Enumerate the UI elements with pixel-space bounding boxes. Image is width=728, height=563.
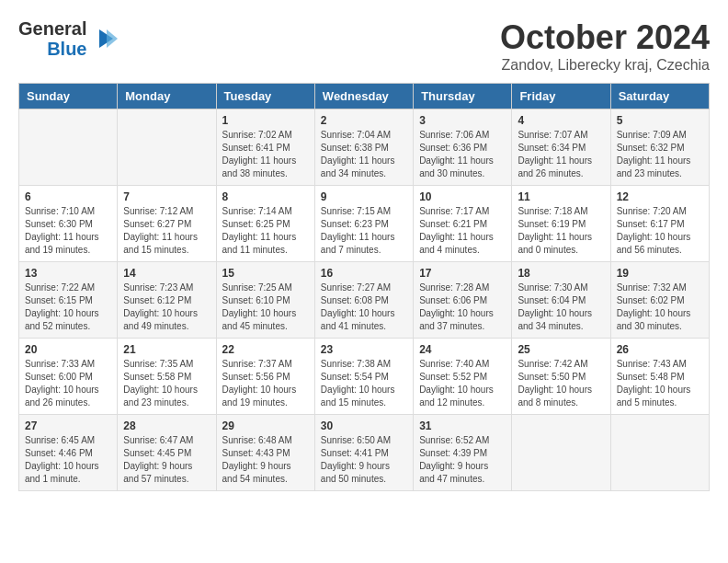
day-number: 11 xyxy=(518,190,604,203)
day-number: 6 xyxy=(25,190,111,203)
day-info: Sunrise: 7:40 AM Sunset: 5:52 PM Dayligh… xyxy=(419,358,506,409)
day-info: Sunrise: 7:23 AM Sunset: 6:12 PM Dayligh… xyxy=(123,282,210,333)
day-info: Sunrise: 7:42 AM Sunset: 5:50 PM Dayligh… xyxy=(518,358,604,409)
day-info: Sunrise: 7:18 AM Sunset: 6:19 PM Dayligh… xyxy=(518,205,604,257)
weekday-header-monday: Monday xyxy=(118,84,216,109)
calendar-cell: 30Sunrise: 6:50 AM Sunset: 4:41 PM Dayli… xyxy=(314,415,413,491)
day-info: Sunrise: 6:48 AM Sunset: 4:43 PM Dayligh… xyxy=(222,434,309,486)
day-info: Sunrise: 7:09 AM Sunset: 6:32 PM Dayligh… xyxy=(617,129,703,180)
calendar-cell: 2Sunrise: 7:04 AM Sunset: 6:38 PM Daylig… xyxy=(314,109,413,186)
calendar-cell: 3Sunrise: 7:06 AM Sunset: 6:36 PM Daylig… xyxy=(414,109,512,186)
day-info: Sunrise: 6:47 AM Sunset: 4:45 PM Dayligh… xyxy=(123,434,210,486)
calendar-cell: 7Sunrise: 7:12 AM Sunset: 6:27 PM Daylig… xyxy=(118,186,216,262)
day-number: 9 xyxy=(321,190,407,203)
calendar-cell: 17Sunrise: 7:28 AM Sunset: 6:06 PM Dayli… xyxy=(414,262,512,339)
day-number: 17 xyxy=(419,267,506,280)
day-number: 25 xyxy=(518,343,604,356)
calendar-cell: 9Sunrise: 7:15 AM Sunset: 6:23 PM Daylig… xyxy=(314,186,413,262)
day-number: 23 xyxy=(321,343,407,356)
day-number: 24 xyxy=(419,343,506,356)
day-info: Sunrise: 6:50 AM Sunset: 4:41 PM Dayligh… xyxy=(321,434,407,486)
calendar-cell: 13Sunrise: 7:22 AM Sunset: 6:15 PM Dayli… xyxy=(19,262,118,339)
calendar-cell: 27Sunrise: 6:45 AM Sunset: 4:46 PM Dayli… xyxy=(19,415,118,491)
weekday-header-thursday: Thursday xyxy=(414,84,512,109)
day-info: Sunrise: 7:14 AM Sunset: 6:25 PM Dayligh… xyxy=(222,205,309,257)
calendar-cell: 21Sunrise: 7:35 AM Sunset: 5:58 PM Dayli… xyxy=(118,339,216,415)
calendar-cell xyxy=(610,415,709,491)
calendar-cell xyxy=(512,415,610,491)
calendar-cell xyxy=(19,109,118,186)
day-number: 10 xyxy=(419,190,506,203)
logo: General Blue xyxy=(18,18,118,59)
calendar-cell: 15Sunrise: 7:25 AM Sunset: 6:10 PM Dayli… xyxy=(216,262,314,339)
calendar-cell: 20Sunrise: 7:33 AM Sunset: 6:00 PM Dayli… xyxy=(19,339,118,415)
day-number: 27 xyxy=(25,419,111,432)
calendar-cell: 6Sunrise: 7:10 AM Sunset: 6:30 PM Daylig… xyxy=(19,186,118,262)
day-info: Sunrise: 7:30 AM Sunset: 6:04 PM Dayligh… xyxy=(518,282,604,333)
day-info: Sunrise: 7:20 AM Sunset: 6:17 PM Dayligh… xyxy=(617,205,703,257)
calendar-cell: 10Sunrise: 7:17 AM Sunset: 6:21 PM Dayli… xyxy=(414,186,512,262)
day-info: Sunrise: 7:32 AM Sunset: 6:02 PM Dayligh… xyxy=(617,282,703,333)
calendar-cell: 25Sunrise: 7:42 AM Sunset: 5:50 PM Dayli… xyxy=(512,339,610,415)
day-info: Sunrise: 7:15 AM Sunset: 6:23 PM Dayligh… xyxy=(321,205,407,257)
day-number: 20 xyxy=(25,343,111,356)
day-info: Sunrise: 6:45 AM Sunset: 4:46 PM Dayligh… xyxy=(25,434,111,486)
day-number: 14 xyxy=(123,267,210,280)
day-number: 19 xyxy=(617,267,703,280)
day-info: Sunrise: 7:37 AM Sunset: 5:56 PM Dayligh… xyxy=(222,358,309,409)
title-section: October 2024 Zandov, Liberecky kraj, Cze… xyxy=(500,18,710,74)
page-header: General Blue October 2024 Zandov, Libere… xyxy=(18,18,710,74)
day-info: Sunrise: 7:10 AM Sunset: 6:30 PM Dayligh… xyxy=(25,205,111,257)
day-info: Sunrise: 7:28 AM Sunset: 6:06 PM Dayligh… xyxy=(419,282,506,333)
weekday-header-wednesday: Wednesday xyxy=(314,84,413,109)
calendar-cell xyxy=(118,109,216,186)
day-number: 13 xyxy=(25,267,111,280)
month-title: October 2024 xyxy=(500,18,710,57)
day-number: 7 xyxy=(123,190,210,203)
svg-marker-1 xyxy=(107,29,118,48)
logo-line1: General xyxy=(18,18,86,39)
day-number: 2 xyxy=(321,114,407,127)
calendar-cell: 16Sunrise: 7:27 AM Sunset: 6:08 PM Dayli… xyxy=(314,262,413,339)
day-info: Sunrise: 7:07 AM Sunset: 6:34 PM Dayligh… xyxy=(518,129,604,180)
logo-line2: Blue xyxy=(47,39,86,59)
day-info: Sunrise: 7:43 AM Sunset: 5:48 PM Dayligh… xyxy=(617,358,703,409)
calendar-cell: 5Sunrise: 7:09 AM Sunset: 6:32 PM Daylig… xyxy=(610,109,709,186)
calendar-cell: 29Sunrise: 6:48 AM Sunset: 4:43 PM Dayli… xyxy=(216,415,314,491)
day-number: 22 xyxy=(222,343,309,356)
day-number: 26 xyxy=(617,343,703,356)
day-info: Sunrise: 7:35 AM Sunset: 5:58 PM Dayligh… xyxy=(123,358,210,409)
calendar-cell: 1Sunrise: 7:02 AM Sunset: 6:41 PM Daylig… xyxy=(216,109,314,186)
weekday-header-saturday: Saturday xyxy=(610,84,709,109)
day-number: 15 xyxy=(222,267,309,280)
day-info: Sunrise: 7:06 AM Sunset: 6:36 PM Dayligh… xyxy=(419,129,506,180)
calendar-cell: 4Sunrise: 7:07 AM Sunset: 6:34 PM Daylig… xyxy=(512,109,610,186)
calendar-cell: 24Sunrise: 7:40 AM Sunset: 5:52 PM Dayli… xyxy=(414,339,512,415)
location-title: Zandov, Liberecky kraj, Czechia xyxy=(500,57,710,74)
calendar-cell: 14Sunrise: 7:23 AM Sunset: 6:12 PM Dayli… xyxy=(118,262,216,339)
day-number: 8 xyxy=(222,190,309,203)
calendar-cell: 11Sunrise: 7:18 AM Sunset: 6:19 PM Dayli… xyxy=(512,186,610,262)
weekday-header-friday: Friday xyxy=(512,84,610,109)
day-info: Sunrise: 7:27 AM Sunset: 6:08 PM Dayligh… xyxy=(321,282,407,333)
weekday-header-sunday: Sunday xyxy=(19,84,118,109)
day-number: 5 xyxy=(617,114,703,127)
calendar-cell: 22Sunrise: 7:37 AM Sunset: 5:56 PM Dayli… xyxy=(216,339,314,415)
calendar-cell: 26Sunrise: 7:43 AM Sunset: 5:48 PM Dayli… xyxy=(610,339,709,415)
day-number: 4 xyxy=(518,114,604,127)
logo-icon xyxy=(90,25,118,52)
calendar-table: SundayMondayTuesdayWednesdayThursdayFrid… xyxy=(18,83,710,491)
day-number: 1 xyxy=(222,114,309,127)
calendar-cell: 23Sunrise: 7:38 AM Sunset: 5:54 PM Dayli… xyxy=(314,339,413,415)
calendar-cell: 28Sunrise: 6:47 AM Sunset: 4:45 PM Dayli… xyxy=(118,415,216,491)
day-info: Sunrise: 7:33 AM Sunset: 6:00 PM Dayligh… xyxy=(25,358,111,409)
day-number: 30 xyxy=(321,419,407,432)
day-info: Sunrise: 7:02 AM Sunset: 6:41 PM Dayligh… xyxy=(222,129,309,180)
day-number: 21 xyxy=(123,343,210,356)
calendar-cell: 12Sunrise: 7:20 AM Sunset: 6:17 PM Dayli… xyxy=(610,186,709,262)
day-info: Sunrise: 7:04 AM Sunset: 6:38 PM Dayligh… xyxy=(321,129,407,180)
day-info: Sunrise: 7:17 AM Sunset: 6:21 PM Dayligh… xyxy=(419,205,506,257)
day-info: Sunrise: 6:52 AM Sunset: 4:39 PM Dayligh… xyxy=(419,434,506,486)
day-info: Sunrise: 7:25 AM Sunset: 6:10 PM Dayligh… xyxy=(222,282,309,333)
weekday-header-tuesday: Tuesday xyxy=(216,84,314,109)
